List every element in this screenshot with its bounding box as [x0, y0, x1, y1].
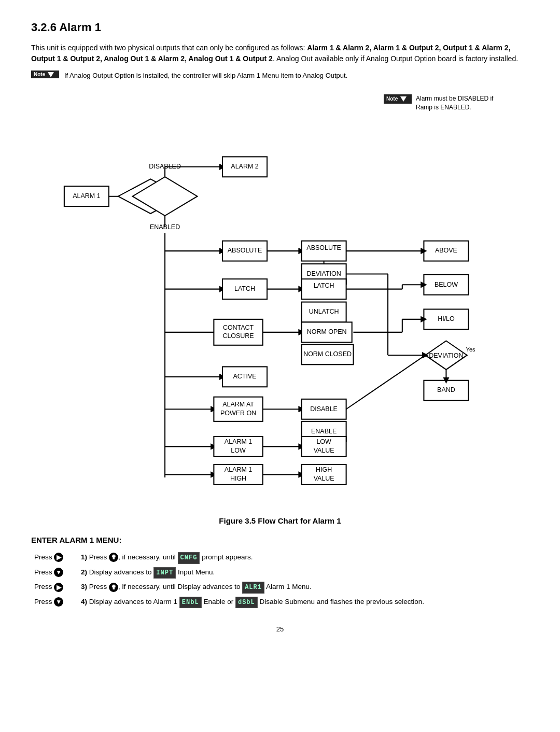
svg-text:HIGH: HIGH — [316, 466, 332, 473]
svg-text:LOW: LOW — [231, 447, 246, 454]
svg-text:DEVIATION: DEVIATION — [429, 351, 463, 359]
enter-alarm-heading: ENTER ALARM 1 MENU: — [31, 536, 529, 544]
page-number: 25 — [31, 625, 529, 633]
svg-marker-5 — [133, 177, 198, 216]
svg-text:VALUE: VALUE — [314, 447, 334, 454]
svg-text:BAND: BAND — [437, 386, 455, 393]
btn-down-4: ▼ — [54, 597, 63, 607]
step-1-press: Press ▶ — [31, 551, 78, 566]
step-row-4: Press ▼ 4) Display advances to Alarm 1 E… — [31, 595, 529, 610]
step-4-press: Press ▼ — [31, 595, 78, 610]
svg-text:NORM CLOSED: NORM CLOSED — [303, 350, 352, 358]
btn-right-1: ▶ — [54, 553, 63, 562]
svg-text:HIGH: HIGH — [230, 475, 246, 482]
btn-right-3: ▶ — [54, 583, 63, 592]
svg-text:NORM OPEN: NORM OPEN — [307, 328, 347, 335]
svg-text:HI/LO: HI/LO — [438, 315, 455, 322]
step-row-2: Press ▼ 2) Display advances to INPT Inpu… — [31, 566, 529, 581]
svg-text:POWER ON: POWER ON — [220, 409, 256, 416]
svg-text:DISABLE: DISABLE — [310, 405, 338, 412]
intro-text-1: This unit is equipped with two physical … — [31, 44, 307, 52]
page-title: 3.2.6 Alarm 1 — [31, 21, 529, 34]
note-label-1: Note — [34, 72, 45, 77]
lcd-dsbl: dSbL — [235, 597, 258, 609]
svg-text:BELOW: BELOW — [435, 280, 458, 288]
step-row-3: Press ▶ 3) Press ✟, if necessary, until … — [31, 580, 529, 595]
svg-text:ALARM 2: ALARM 2 — [231, 163, 258, 170]
note-badge-1: Note — [31, 71, 59, 78]
svg-text:ENABLE: ENABLE — [311, 427, 337, 434]
svg-text:DEVIATION: DEVIATION — [306, 270, 341, 277]
step-2-press: Press ▼ — [31, 566, 78, 581]
note-inline-2: Note Alarm must be DISABLED if Ramp is E… — [384, 94, 503, 112]
svg-text:LATCH: LATCH — [234, 285, 255, 292]
svg-text:ABSOLUTE: ABSOLUTE — [228, 247, 262, 254]
step-3-instruction: 3) Press ✟, if necessary, until Display … — [78, 580, 529, 595]
lcd-cnfg: CNFG — [178, 552, 200, 564]
svg-text:UNLATCH: UNLATCH — [309, 308, 339, 315]
lcd-inpt: INPT — [153, 567, 176, 579]
svg-text:ABOVE: ABOVE — [435, 247, 457, 254]
svg-text:LATCH: LATCH — [314, 282, 334, 289]
svg-text:ALARM 1: ALARM 1 — [73, 192, 100, 199]
note-badge-2: Note — [384, 94, 412, 104]
svg-text:ACTIVE: ACTIVE — [233, 373, 257, 380]
svg-text:LOW: LOW — [316, 438, 331, 445]
btn-down-1: ✟ — [109, 553, 118, 562]
steps-table: Press ▶ 1) Press ✟, if necessary, until … — [31, 551, 529, 610]
step-3-press: Press ▶ — [31, 580, 78, 595]
svg-text:ALARM AT: ALARM AT — [222, 401, 254, 408]
intro-text-end: . Analog Out available only if Analog Ou… — [273, 54, 518, 63]
svg-text:ALARM 1: ALARM 1 — [225, 438, 252, 445]
lcd-alr1: ALR1 — [242, 582, 264, 594]
btn-down-2: ▼ — [54, 568, 63, 577]
flowchart-wrapper: Note Alarm must be DISABLED if Ramp is E… — [31, 89, 529, 506]
svg-line-90 — [346, 355, 426, 409]
flowchart-svg: ALARM 1 DISABLED ALARM 2 ENABLED — [57, 89, 503, 506]
step-row-1: Press ▶ 1) Press ✟, if necessary, until … — [31, 551, 529, 566]
svg-text:ABSOLUTE: ABSOLUTE — [306, 244, 341, 251]
note-text-1: If Analog Output Option is installed, th… — [64, 71, 347, 81]
svg-text:VALUE: VALUE — [314, 475, 334, 482]
lcd-enbl: ENbL — [179, 597, 202, 609]
note-text-2: Alarm must be DISABLED if Ramp is ENABLE… — [416, 94, 503, 112]
svg-text:Yes: Yes — [466, 346, 476, 353]
figure-caption: Figure 3.5 Flow Chart for Alarm 1 — [31, 516, 529, 525]
btn-down-3: ✟ — [109, 583, 118, 592]
step-4-instruction: 4) Display advances to Alarm 1 ENbL Enab… — [78, 595, 529, 610]
note-label-2: Note — [386, 95, 398, 103]
step-1-instruction: 1) Press ✟, if necessary, until CNFG pro… — [78, 551, 529, 566]
svg-text:ALARM 1: ALARM 1 — [225, 466, 252, 473]
svg-text:CONTACT: CONTACT — [223, 323, 254, 331]
note-box-1: Note If Analog Output Option is installe… — [31, 71, 529, 81]
svg-text:CLOSURE: CLOSURE — [222, 332, 254, 340]
step-2-instruction: 2) Display advances to INPT Input Menu. — [78, 566, 529, 581]
intro-paragraph: This unit is equipped with two physical … — [31, 43, 529, 64]
